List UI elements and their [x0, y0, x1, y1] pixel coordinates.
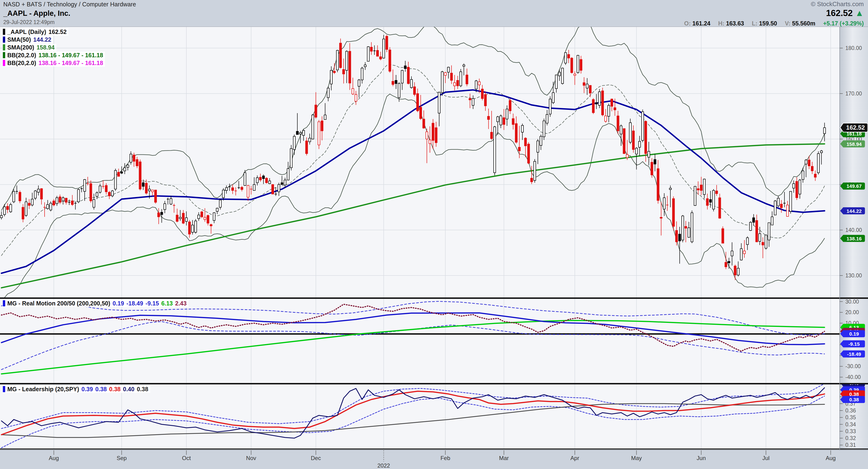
- bb-magenta-swatch-icon: [3, 60, 5, 66]
- legend-value: 0.19: [113, 300, 124, 307]
- chart-canvas: 180.00170.00160.00150.00140.00130.0030.0…: [0, 0, 868, 469]
- svg-text:Dec: Dec: [311, 455, 321, 461]
- chart-datetime: 29-Jul-2022 12:49pm: [3, 19, 136, 26]
- stock-chart-svg: 180.00170.00160.00150.00140.00130.0030.0…: [0, 0, 868, 469]
- low-label: L:: [752, 20, 757, 27]
- svg-text:149.67: 149.67: [846, 183, 862, 189]
- legend-value: 6.13: [161, 300, 173, 307]
- legend-row-sma50: SMA(50)144.22: [2, 36, 53, 43]
- open-label: O:: [684, 20, 691, 27]
- chart-header: NASD + BATS / Technology / Computer Hard…: [0, 0, 868, 27]
- low-value: 159.50: [759, 20, 777, 27]
- legend-label: BB(20,2.0): [7, 52, 36, 59]
- price-badge: 162.52: [840, 123, 868, 132]
- svg-text:0.36: 0.36: [845, 407, 856, 413]
- header-right: © StockCharts.com 162.52 ▲ O: 161.24 H: …: [684, 0, 864, 27]
- svg-text:180.00: 180.00: [845, 45, 862, 51]
- svg-text:138.16: 138.16: [846, 236, 862, 241]
- last-price-value: 162.52: [826, 8, 852, 18]
- stockcharts-page: 180.00170.00160.00150.00140.00130.0030.0…: [0, 0, 868, 469]
- breadcrumb: NASD + BATS / Technology / Computer Hard…: [3, 1, 136, 8]
- svg-text:-40.00: -40.00: [845, 374, 861, 380]
- svg-text:170.00: 170.00: [845, 91, 862, 97]
- volume-value: 55.560m: [792, 20, 815, 27]
- svg-text:Mar: Mar: [499, 455, 509, 461]
- svg-text:0.34: 0.34: [845, 422, 856, 428]
- svg-text:Aug: Aug: [826, 455, 836, 461]
- svg-text:Aug: Aug: [49, 455, 59, 461]
- svg-text:-30.00: -30.00: [845, 363, 861, 369]
- legend-label: SMA(50): [7, 36, 31, 43]
- svg-text:Jun: Jun: [697, 455, 706, 461]
- legend-value: -9.15: [146, 300, 159, 307]
- copyright: © StockCharts.com: [684, 0, 864, 8]
- legend-value: 0.38: [95, 386, 107, 393]
- volume-label: V:: [785, 20, 790, 27]
- svg-text:Oct: Oct: [182, 455, 191, 461]
- legend-value: 144.22: [33, 36, 51, 43]
- svg-text:2022: 2022: [377, 462, 390, 469]
- legend-row-bb-green: BB(20,2.0)138.16 - 149.67 - 161.18: [2, 52, 105, 59]
- svg-text:162.52: 162.52: [846, 124, 865, 131]
- price-badge: 149.67: [840, 182, 865, 190]
- svg-text:Feb: Feb: [440, 455, 450, 461]
- svg-text:Apr: Apr: [570, 455, 579, 461]
- legend-label: MG - Leadership (20,SPY): [7, 386, 79, 393]
- price-legend: _AAPL (Daily)162.52 SMA(50)144.22 SMA(20…: [2, 28, 105, 67]
- svg-text:130.00: 130.00: [845, 272, 862, 278]
- legend-value: 158.94: [36, 44, 55, 51]
- svg-text:Sep: Sep: [117, 455, 127, 461]
- price-badge: 0.19: [840, 330, 865, 337]
- page-title: _AAPL - Apple, Inc.: [3, 9, 136, 18]
- legend-value: 0.39: [81, 386, 93, 393]
- legend-value: 138.16 - 149.67 - 161.18: [38, 60, 103, 66]
- real-motion-badges: 6.132.430.19-9.15-18.49: [840, 324, 865, 358]
- legend-value: 2.43: [175, 300, 187, 307]
- price-badge: 144.22: [840, 207, 865, 214]
- aapl-swatch-icon: [3, 29, 5, 35]
- legend-value: 0.38: [109, 386, 121, 393]
- change-value: +5.17 (+3.29%): [823, 20, 864, 27]
- high-value: 163.63: [726, 20, 744, 27]
- svg-text:140.00: 140.00: [845, 227, 862, 233]
- price-badge: 0.38: [840, 396, 865, 403]
- leadership-legend: MG - Leadership (20,SPY)0.390.380.380.40…: [2, 386, 150, 393]
- legend-value: 0.38: [137, 386, 148, 393]
- legend-row-bb-magenta: BB(20,2.0)138.16 - 149.67 - 161.18: [2, 59, 105, 67]
- up-arrow-icon: ▲: [855, 8, 864, 18]
- price-badge: -9.15: [840, 340, 865, 347]
- legend-label: _AAPL (Daily): [7, 29, 46, 35]
- high-label: H:: [718, 20, 724, 27]
- legend-label: MG - Real Motion 200/50 (200,200,50): [7, 300, 110, 307]
- svg-text:20.00: 20.00: [845, 309, 859, 315]
- ohlcv-line: O: 161.24 H: 163.63 L: 159.50 V: 55.560m…: [684, 20, 864, 27]
- legend-value: 162.52: [49, 29, 66, 35]
- legend-row-sma200: SMA(200)158.94: [2, 44, 56, 51]
- leadership-swatch-icon: [3, 386, 5, 392]
- legend-value: 138.16 - 149.67 - 161.18: [38, 52, 103, 59]
- legend-value: -18.49: [126, 300, 143, 307]
- svg-text:158.94: 158.94: [846, 141, 862, 147]
- sma200-swatch-icon: [3, 44, 5, 51]
- price-badge: -18.49: [840, 350, 865, 358]
- svg-text:-18.49: -18.49: [847, 351, 861, 357]
- bb-green-swatch-icon: [3, 52, 5, 58]
- real-motion-legend: MG - Real Motion 200/50 (200,200,50)0.19…: [2, 300, 188, 307]
- legend-value: 0.40: [123, 386, 134, 393]
- open-value: 161.24: [692, 20, 710, 27]
- svg-text:Jul: Jul: [762, 455, 770, 461]
- price-badge: 138.16: [840, 235, 865, 242]
- sma50-swatch-icon: [3, 36, 5, 43]
- legend-row-leadership: MG - Leadership (20,SPY)0.390.380.380.40…: [2, 386, 150, 393]
- svg-text:144.22: 144.22: [846, 208, 862, 214]
- price-badge: 158.94: [840, 140, 865, 147]
- panel-separator: [0, 383, 868, 384]
- svg-text:0.35: 0.35: [845, 414, 856, 421]
- legend-label: BB(20,2.0): [7, 60, 36, 66]
- svg-text:May: May: [631, 455, 642, 461]
- real-motion-swatch-icon: [3, 300, 5, 306]
- svg-text:Nov: Nov: [246, 455, 256, 461]
- legend-row-aapl: _AAPL (Daily)162.52: [2, 28, 68, 36]
- svg-text:0.32: 0.32: [845, 435, 856, 441]
- svg-text:-9.15: -9.15: [848, 341, 860, 347]
